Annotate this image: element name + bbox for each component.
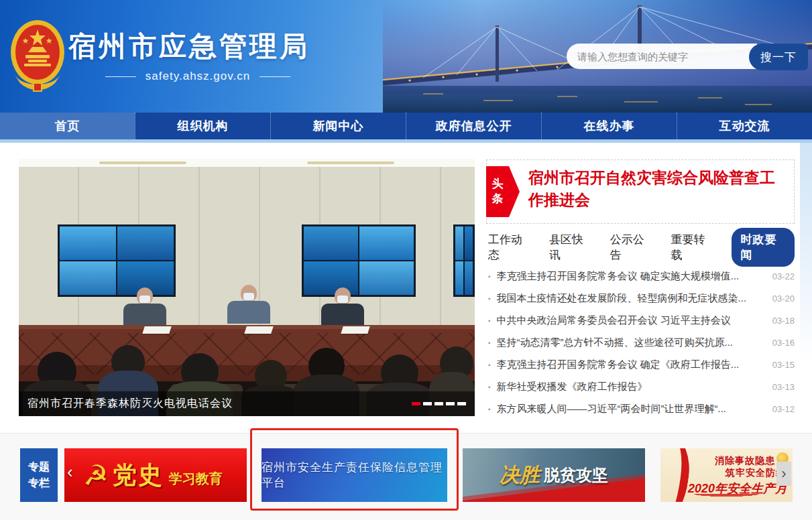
right-edge-gradient — [800, 143, 812, 364]
national-emblem-logo — [8, 17, 67, 92]
news-link[interactable]: 中共中央政治局常务委员会召开会议 习近平主持会议 — [497, 314, 764, 327]
tab-reprints[interactable]: 重要转载 — [671, 232, 714, 263]
news-tabs: 工作动态 县区快讯 公示公告 重要转载 时政要闻 — [488, 236, 795, 259]
name-card — [142, 326, 172, 334]
bullet-icon: ▪ — [488, 361, 491, 369]
bullet-icon: ▪ — [488, 383, 491, 391]
search-button[interactable]: 搜一下 — [749, 44, 808, 70]
news-row: ▪ 我国本土疫情还处在发展阶段、轻型病例和无症状感染... 03-20 — [488, 287, 795, 310]
headline-box: 头 条 宿州市召开自然灾害综合风险普查工作推进会 — [486, 159, 795, 224]
video-wall-right — [302, 224, 416, 297]
banner-safety-line1: 消除事故隐患 — [715, 455, 775, 467]
banner-poverty-sub-text: 脱贫攻坚 — [544, 464, 608, 486]
site-url: safety.ahsz.gov.cn — [87, 70, 308, 83]
carousel-dot[interactable] — [434, 402, 443, 405]
video-wall-left — [58, 224, 176, 297]
nav-item-interaction[interactable]: 互动交流 — [677, 113, 812, 139]
carousel-dot[interactable] — [423, 402, 432, 405]
topics-label-line: 专题 — [28, 459, 50, 475]
news-link[interactable]: 新华社受权播发《政府工作报告》 — [497, 381, 764, 393]
red-wave-graphic — [660, 494, 793, 499]
carousel-dot[interactable] — [457, 402, 466, 405]
topics-label[interactable]: 专题 专栏 — [20, 448, 58, 502]
topics-label-line: 专栏 — [28, 475, 50, 491]
site-header: 宿州市应急管理局 safety.ahsz.gov.cn 搜一下 — [0, 0, 812, 113]
tab-public-notice[interactable]: 公示公告 — [610, 232, 653, 263]
nav-item-online-service[interactable]: 在线办事 — [541, 113, 677, 139]
carousel-caption-band: 宿州市召开春季森林防灭火电视电话会议 — [19, 391, 475, 416]
news-date: 03-22 — [772, 271, 795, 281]
banner-insurance-platform[interactable]: 宿州市安全生产责任保险信息管理平台 — [262, 448, 447, 502]
page: 宿州市应急管理局 safety.ahsz.gov.cn 搜一下 首页 组织机构 … — [0, 0, 812, 520]
banner-poverty-main-text: 决胜 — [500, 462, 540, 489]
nav-item-gov-info[interactable]: 政府信息公开 — [406, 113, 541, 139]
tab-work-dynamics[interactable]: 工作动态 — [488, 232, 531, 263]
bullet-icon: ▪ — [488, 273, 491, 280]
nav-item-news-center[interactable]: 新闻中心 — [270, 113, 406, 139]
site-title: 宿州市应急管理局 — [68, 28, 310, 65]
banner-safety-month[interactable]: 消除事故隐患 筑牢安全防线 2020年安全生产月 — [660, 448, 793, 502]
name-card — [341, 326, 370, 334]
banner-insurance-text: 宿州市安全生产责任保险信息管理平台 — [262, 460, 447, 491]
bullet-icon: ▪ — [488, 405, 491, 413]
banner-party-sub-text: 学习教育 — [169, 470, 223, 488]
photo-ceiling — [19, 159, 475, 167]
search-input[interactable] — [567, 44, 757, 69]
carousel-caption: 宿州市召开春季森林防灭火电视电话会议 — [27, 397, 233, 411]
news-row: ▪ 李克强主持召开国务院常务会议 确定《政府工作报告... 03-15 — [488, 354, 795, 376]
news-row: ▪ 坚持“动态清零”总方针不动摇、这些途径可购买抗原... 03-16 — [488, 332, 795, 354]
banner-poverty-alleviation[interactable]: 决胜 脱贫攻坚 — [463, 448, 645, 502]
news-date: 03-13 — [772, 382, 795, 392]
news-date: 03-15 — [772, 360, 795, 370]
video-wall-edge — [453, 224, 475, 297]
news-link[interactable]: 坚持“动态清零”总方针不动摇、这些途径可购买抗原... — [497, 336, 764, 349]
official-figure — [317, 287, 367, 326]
news-carousel-photo[interactable]: 宿州市召开春季森林防灭火电视电话会议 — [19, 159, 475, 416]
news-link[interactable]: 李克强主持召开国务院常务会议 确定《政府工作报告... — [497, 359, 764, 371]
news-row: ▪ 中共中央政治局常务委员会召开会议 习近平主持会议 03-18 — [488, 310, 795, 332]
topics-section: 专题 专栏 ☭ 党史 学习教育 宿州市安全生产责任保险信息管理平台 决胜 脱贫攻… — [0, 433, 812, 520]
news-date: 03-16 — [772, 338, 795, 348]
news-link[interactable]: 东方风来暖人间——习近平“两会时间”让世界理解“... — [497, 403, 764, 415]
tab-county-news[interactable]: 县区快讯 — [549, 232, 592, 263]
headline-badge: 头 条 — [486, 166, 509, 217]
name-card — [244, 326, 274, 334]
nav-item-organization[interactable]: 组织机构 — [135, 113, 270, 139]
nav-underline — [0, 139, 812, 143]
search-bar: 搜一下 — [567, 44, 808, 70]
news-date: 03-12 — [772, 404, 795, 414]
nav-item-home[interactable]: 首页 — [0, 113, 135, 139]
bullet-icon: ▪ — [488, 295, 491, 302]
bullet-icon: ▪ — [488, 339, 491, 346]
banner-party-history[interactable]: ☭ 党史 学习教育 — [64, 448, 247, 502]
headline-badge-char: 条 — [492, 192, 504, 206]
headline-badge-char: 头 — [492, 177, 504, 192]
news-row: ▪ 东方风来暖人间——习近平“两会时间”让世界理解“... 03-12 — [488, 398, 795, 420]
hammer-sickle-icon: ☭ — [83, 459, 109, 492]
news-list: ▪ 李克强主持召开国务院常务会议 确定实施大规模增值... 03-22 ▪ 我国… — [488, 265, 795, 420]
carousel-pagination — [412, 402, 466, 405]
bullet-icon: ▪ — [488, 317, 491, 324]
main-nav: 首页 组织机构 新闻中心 政府信息公开 在线办事 互动交流 — [0, 113, 812, 139]
official-figure — [119, 287, 169, 326]
banner-party-main-text: 党史 — [113, 459, 164, 492]
ceiling-light — [99, 161, 186, 164]
official-figure — [223, 285, 273, 324]
carousel-dot[interactable] — [412, 402, 420, 405]
news-date: 03-20 — [772, 294, 795, 304]
headline-title[interactable]: 宿州市召开自然灾害综合风险普查工作推进会 — [528, 167, 787, 211]
news-row: ▪ 新华社受权播发《政府工作报告》 03-13 — [488, 376, 795, 398]
news-link[interactable]: 我国本土疫情还处在发展阶段、轻型病例和无症状感染... — [497, 292, 764, 305]
topics-next-arrow[interactable]: › — [776, 462, 791, 486]
carousel-dot[interactable] — [446, 402, 455, 405]
topics-prev-arrow[interactable]: ‹ — [67, 463, 73, 480]
news-date: 03-18 — [772, 316, 795, 326]
tab-political-news-active[interactable]: 时政要闻 — [732, 228, 795, 267]
news-link[interactable]: 李克强主持召开国务院常务会议 确定实施大规模增值... — [497, 270, 764, 283]
news-row: ▪ 李克强主持召开国务院常务会议 确定实施大规模增值... 03-22 — [488, 265, 795, 287]
ceiling-light — [307, 161, 394, 164]
